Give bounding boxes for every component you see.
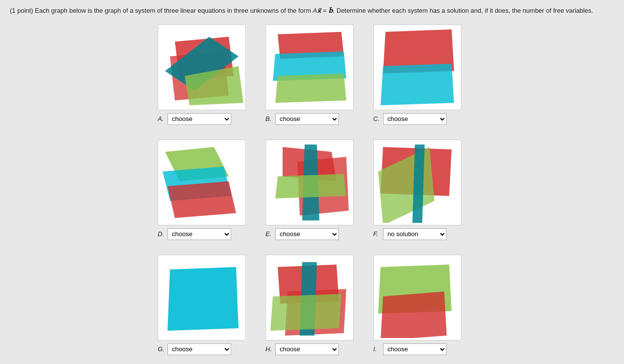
svg-marker-15	[275, 174, 346, 198]
svg-marker-19	[168, 267, 239, 331]
select-C[interactable]: chooseno solutionunique solution, 0 free…	[383, 113, 447, 125]
cell-H: H. chooseno solutionunique solution, 0 f…	[265, 255, 359, 355]
graph-I	[373, 255, 461, 340]
graph-D	[158, 140, 246, 225]
svg-marker-6	[275, 73, 346, 103]
cell-A: A. chooseno solutionunique solution, 0 f…	[158, 24, 251, 125]
graph-A	[158, 24, 246, 110]
label-B: B.	[265, 115, 273, 122]
select-A[interactable]: chooseno solutionunique solution, 0 free…	[168, 113, 231, 125]
graph-grid: A. chooseno solutionunique solution, 0 f…	[10, 24, 614, 355]
svg-marker-11	[168, 181, 236, 218]
instruction-text: (1 point) Each graph below is the graph …	[10, 6, 614, 16]
cell-I: I. chooseno solutionunique solution, 0 f…	[373, 255, 466, 355]
label-F: F.	[373, 230, 381, 238]
cell-D: D. chooseno solutionunique solution, 0 f…	[158, 140, 251, 240]
svg-marker-8	[381, 64, 454, 105]
select-B[interactable]: chooseno solutionunique solution, 0 free…	[275, 113, 339, 125]
label-I: I.	[373, 345, 381, 353]
label-C: C.	[373, 115, 381, 122]
select-D[interactable]: chooseno solutionunique solution, 0 free…	[168, 228, 231, 240]
graph-E	[265, 140, 354, 225]
select-F[interactable]: chooseno solutionunique solution, 0 free…	[383, 228, 447, 240]
label-G: G.	[158, 345, 166, 353]
label-D: D.	[158, 230, 166, 238]
cell-E: E. chooseno solutionunique solution, 0 f…	[265, 140, 359, 240]
graph-B	[265, 24, 354, 110]
graph-G	[158, 255, 246, 340]
cell-G: G. chooseno solutionunique solution, 0 f…	[158, 255, 251, 355]
select-I[interactable]: chooseno solutionunique solution, 0 free…	[383, 343, 447, 355]
cell-C: C. chooseno solutionunique solution, 0 f…	[373, 24, 466, 125]
graph-H	[265, 255, 354, 340]
select-E[interactable]: chooseno solutionunique solution, 0 free…	[275, 228, 339, 240]
label-A: A.	[158, 115, 166, 122]
svg-marker-25	[381, 291, 447, 338]
label-E: E.	[265, 230, 273, 238]
cell-B: B. chooseno solutionunique solution, 0 f…	[265, 24, 359, 125]
cell-F: F. chooseno solutionunique solution, 0 f…	[373, 140, 466, 240]
label-H: H.	[265, 345, 273, 353]
graph-F	[373, 140, 461, 225]
select-G[interactable]: chooseno solutionunique solution, 0 free…	[168, 343, 231, 355]
svg-marker-23	[270, 294, 341, 331]
select-H[interactable]: chooseno solutionunique solution, 0 free…	[275, 343, 339, 355]
graph-C	[373, 24, 461, 110]
